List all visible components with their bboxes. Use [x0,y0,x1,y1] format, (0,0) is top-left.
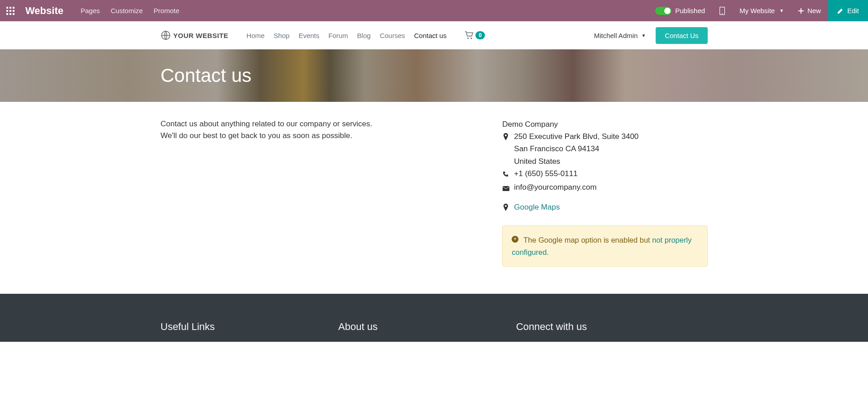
nav-events[interactable]: Events [298,32,319,39]
admin-toolbar: Website Pages Customize Promote Publishe… [0,0,868,21]
cart-icon [465,31,474,39]
main-content: Contact us about anything related to our… [153,102,715,294]
website-switcher-label: My Website [739,7,775,14]
envelope-icon [502,181,509,195]
footer-about: About us [338,321,503,333]
footer-col-title: Connect with us [516,321,708,333]
nav-shop[interactable]: Shop [273,32,289,39]
new-button[interactable]: New [791,0,828,21]
email-row: info@yourcompany.com [502,181,707,195]
site-navbar: YOUR WEBSITE Home Shop Events Forum Blog… [153,21,715,49]
svg-point-12 [467,38,469,39]
intro-line-1: Contact us about anything related to our… [161,118,489,130]
map-pin-icon [502,201,509,215]
svg-rect-7 [10,13,11,15]
menu-customize[interactable]: Customize [111,7,143,14]
nav-contact[interactable]: Contact us [414,32,447,39]
mobile-preview-button[interactable] [712,0,732,21]
publish-toggle[interactable]: Published [648,0,712,21]
footer-col-title: About us [338,321,503,333]
nav-forum[interactable]: Forum [328,32,348,39]
intro-text: Contact us about anything related to our… [161,118,489,267]
plus-icon [798,8,804,14]
site-nav-right: Mitchell Admin ▼ Contact Us [594,27,708,44]
page-scroll-area[interactable]: YOUR WEBSITE Home Shop Events Forum Blog… [0,21,868,397]
admin-menu: Pages Customize Promote [81,7,179,14]
svg-rect-1 [10,7,11,9]
company-info: Demo Company 250 Executive Park Blvd, Su… [502,118,707,267]
publish-label: Published [675,7,705,14]
chevron-down-icon: ▼ [779,8,784,13]
email-address: info@yourcompany.com [514,181,596,195]
info-plus-icon [512,236,521,244]
company-name: Demo Company [502,118,707,130]
alert-text: The Google map option is enabled but [523,236,652,244]
site-nav-links: Home Shop Events Forum Blog Courses Cont… [246,32,446,39]
site-footer: Useful Links About us Connect with us [0,294,868,342]
footer-connect: Connect with us [516,321,708,333]
nav-blog[interactable]: Blog [357,32,371,39]
nav-home[interactable]: Home [246,32,264,39]
admin-toolbar-left: Website Pages Customize Promote [4,4,179,18]
svg-rect-5 [13,10,14,12]
address-line-3: United States [514,155,638,167]
edit-button[interactable]: Edit [828,0,868,21]
app-brand[interactable]: Website [25,5,63,17]
svg-rect-6 [6,13,8,15]
new-label: New [807,7,821,14]
phone-row: +1 (650) 555-0111 [502,167,707,181]
svg-rect-0 [6,7,8,9]
maps-warning-alert: The Google map option is enabled but not… [502,225,707,267]
menu-promote[interactable]: Promote [153,7,179,14]
address-line-1: 250 Executive Park Blvd, Suite 3400 [514,130,638,143]
toggle-icon [655,7,671,15]
map-pin-icon [502,130,509,167]
svg-rect-8 [13,13,14,15]
google-maps-link[interactable]: Google Maps [514,201,560,215]
apps-icon[interactable] [4,4,17,18]
contact-us-button[interactable]: Contact Us [656,27,707,44]
chevron-down-icon: ▼ [641,33,646,38]
globe-icon [161,30,171,40]
cart-badge: 0 [475,31,485,39]
svg-rect-4 [10,10,11,12]
menu-pages[interactable]: Pages [81,7,100,14]
phone-number: +1 (650) 555-0111 [514,167,577,181]
page-title: Contact us [161,65,708,86]
footer-col-title: Useful Links [161,321,325,333]
user-menu[interactable]: Mitchell Admin ▼ [594,32,646,39]
site-logo[interactable]: YOUR WEBSITE [161,30,229,40]
cart-button[interactable]: 0 [465,31,485,39]
user-name: Mitchell Admin [594,32,638,39]
pencil-icon [837,8,844,14]
admin-toolbar-right: Published My Website ▼ New Edit [648,0,868,21]
website-switcher[interactable]: My Website ▼ [732,0,791,21]
page-hero: Contact us [0,49,868,102]
svg-rect-2 [13,7,14,9]
edit-label: Edit [847,7,859,14]
maps-row: Google Maps [502,201,707,215]
mobile-icon [719,7,725,15]
nav-courses[interactable]: Courses [380,32,405,39]
site-logo-text: YOUR WEBSITE [173,32,229,39]
svg-point-13 [470,38,472,39]
address-line-2: San Francisco CA 94134 [514,143,638,155]
phone-icon [502,167,509,181]
intro-line-2: We'll do our best to get back to you as … [161,130,489,142]
address-block: 250 Executive Park Blvd, Suite 3400 San … [502,130,707,167]
footer-useful-links: Useful Links [161,321,325,333]
svg-point-10 [722,13,723,14]
svg-rect-3 [6,10,8,12]
